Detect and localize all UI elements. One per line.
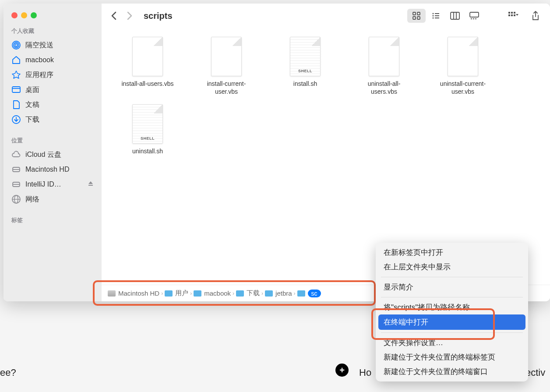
- close-button[interactable]: [11, 12, 18, 18]
- airdrop-icon: [11, 40, 21, 50]
- svg-rect-14: [413, 12, 416, 15]
- sidebar-item-disk[interactable]: Macintosh HD: [4, 162, 102, 177]
- file-name: install.sh: [293, 80, 317, 88]
- sidebar-item-label: iCloud 云盘: [25, 150, 61, 159]
- file-icon: [448, 37, 478, 76]
- sidebar-item-airdrop[interactable]: 隔空投送: [4, 38, 102, 53]
- eject-icon[interactable]: [88, 180, 94, 188]
- svg-rect-15: [417, 12, 420, 15]
- sidebar-item-label: 桌面: [25, 85, 39, 95]
- annotation-menu-highlight: [371, 308, 495, 340]
- file-icon: [132, 104, 163, 144]
- view-icon-button[interactable]: [407, 9, 426, 23]
- menu-separator: [381, 277, 523, 277]
- sidebar-item-desktop[interactable]: 桌面: [4, 82, 102, 97]
- svg-rect-36: [514, 14, 515, 16]
- svg-rect-35: [511, 14, 513, 16]
- menu-item[interactable]: 新建位于文件夹位置的终端窗口: [376, 364, 528, 379]
- share-button[interactable]: [526, 9, 545, 23]
- file-name: uninstall.sh: [132, 147, 163, 155]
- disk-icon: [11, 180, 21, 189]
- sidebar: 个人收藏隔空投送macbook应用程序桌面文稿下载位置iCloud 云盘Maci…: [4, 4, 102, 301]
- sidebar-item-label: 应用程序: [25, 71, 53, 80]
- file-item[interactable]: install-all-users.vbs: [119, 37, 176, 95]
- file-name: uninstall-all-users.vbs: [356, 80, 412, 95]
- file-item[interactable]: install.sh: [277, 37, 334, 95]
- svg-rect-34: [508, 14, 510, 16]
- minimize-button[interactable]: [21, 12, 27, 18]
- traffic-lights: [4, 9, 102, 25]
- menu-item[interactable]: 在新标签页中打开: [376, 245, 528, 260]
- svg-rect-31: [508, 12, 510, 14]
- disk-icon: [11, 165, 21, 174]
- svg-rect-17: [417, 17, 420, 19]
- file-name: install-all-users.vbs: [121, 80, 173, 88]
- sidebar-heading: 标签: [4, 215, 102, 227]
- svg-rect-27: [470, 12, 479, 17]
- file-item[interactable]: uninstall.sh: [119, 104, 176, 155]
- group-button[interactable]: [504, 9, 523, 23]
- svg-rect-28: [471, 18, 472, 19]
- annotation-pathbar-highlight: [93, 280, 376, 306]
- bg-text-right: Ho: [359, 367, 371, 378]
- sidebar-item-cloud[interactable]: iCloud 云盘: [4, 147, 102, 162]
- sidebar-item-label: 隔空投送: [25, 41, 53, 50]
- file-icon: [369, 37, 399, 76]
- file-name: uninstall-current-user.vbs: [434, 80, 491, 95]
- svg-rect-23: [435, 18, 439, 18]
- sidebar-item-disk[interactable]: IntelliJ ID…: [4, 177, 102, 192]
- view-list-button[interactable]: [427, 9, 445, 23]
- bg-text-left: ee?: [0, 367, 16, 378]
- view-mode-group: [407, 9, 483, 23]
- plus-circle-icon: +: [335, 364, 349, 377]
- svg-point-18: [433, 13, 434, 14]
- back-button[interactable]: [107, 9, 120, 22]
- view-columns-button[interactable]: [446, 9, 464, 23]
- doc-icon: [11, 100, 21, 109]
- sidebar-item-label: IntelliJ ID…: [25, 180, 61, 188]
- menu-item[interactable]: 显示简介: [376, 280, 528, 294]
- sidebar-item-download[interactable]: 下载: [4, 112, 102, 127]
- sidebar-heading: 位置: [4, 135, 102, 147]
- file-item[interactable]: uninstall-current-user.vbs: [434, 37, 491, 95]
- svg-rect-3: [12, 87, 20, 92]
- sidebar-item-label: macbook: [25, 56, 54, 64]
- toolbar: scripts: [102, 4, 550, 28]
- download-icon: [11, 115, 21, 124]
- file-item[interactable]: install-current-user.vbs: [198, 37, 255, 95]
- globe-icon: [11, 194, 21, 204]
- cloud-icon: [11, 150, 21, 159]
- home-icon: [11, 55, 21, 65]
- file-icon: [211, 37, 242, 76]
- svg-rect-19: [435, 13, 439, 14]
- sidebar-item-label: Macintosh HD: [25, 166, 69, 173]
- sidebar-item-doc[interactable]: 文稿: [4, 97, 102, 112]
- file-name: install-current-user.vbs: [198, 80, 255, 95]
- maximize-button[interactable]: [31, 12, 37, 18]
- menu-item[interactable]: 新建位于文件夹位置的终端标签页: [376, 350, 528, 364]
- file-icon: [132, 37, 163, 76]
- svg-rect-29: [473, 18, 474, 19]
- apps-icon: [11, 70, 21, 80]
- forward-button[interactable]: [123, 9, 137, 22]
- svg-point-1: [14, 42, 19, 48]
- folder-title: scripts: [144, 11, 173, 21]
- file-item[interactable]: uninstall-all-users.vbs: [356, 37, 412, 95]
- sidebar-item-label: 网络: [25, 195, 39, 204]
- menu-item[interactable]: 在上层文件夹中显示: [376, 260, 528, 274]
- svg-point-20: [433, 15, 434, 17]
- sidebar-heading: 个人收藏: [4, 25, 102, 38]
- svg-point-22: [433, 18, 434, 19]
- sidebar-item-apps[interactable]: 应用程序: [4, 67, 102, 82]
- svg-rect-32: [511, 12, 513, 14]
- svg-rect-21: [435, 15, 439, 16]
- svg-rect-30: [475, 18, 476, 19]
- sidebar-item-label: 文稿: [25, 100, 39, 109]
- svg-point-0: [15, 44, 18, 46]
- svg-rect-24: [451, 12, 459, 19]
- svg-rect-33: [514, 12, 515, 14]
- sidebar-item-globe[interactable]: 网络: [4, 192, 102, 207]
- svg-rect-10: [88, 185, 93, 186]
- view-gallery-button[interactable]: [465, 9, 483, 23]
- sidebar-item-home[interactable]: macbook: [4, 53, 102, 67]
